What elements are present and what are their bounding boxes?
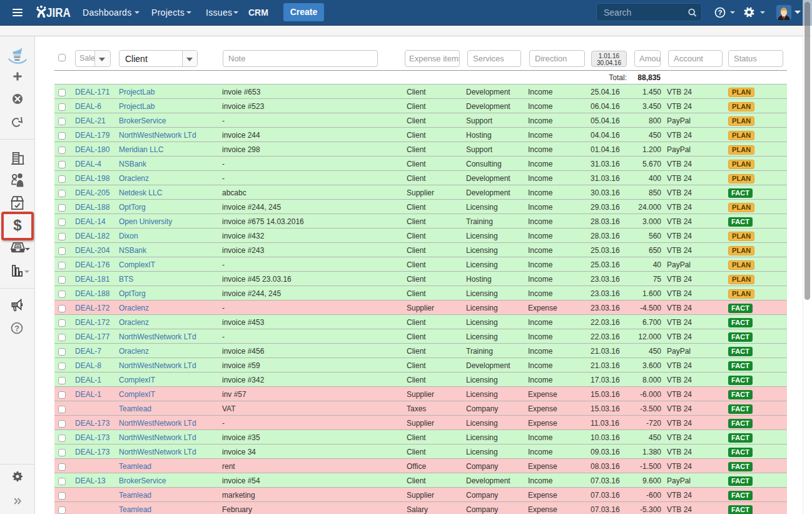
svg-text:?: ?	[718, 9, 722, 16]
svg-text:?: ?	[14, 324, 19, 333]
